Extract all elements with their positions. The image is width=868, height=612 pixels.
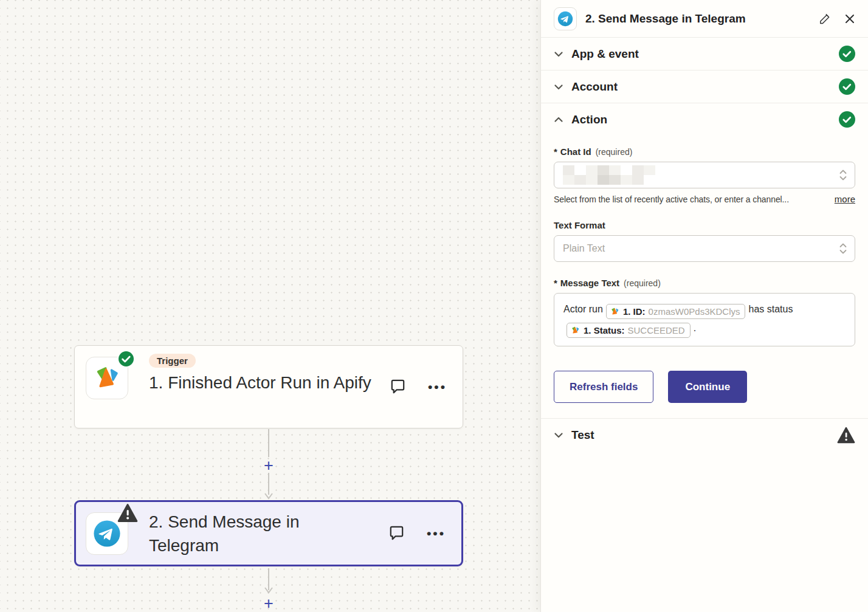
- form-buttons: Refresh fields Continue: [554, 371, 855, 403]
- warning-triangle-icon: [117, 503, 138, 523]
- chevron-down-icon: [554, 430, 563, 440]
- trigger-card-title: 1. Finished Actor Run in Apify: [149, 371, 374, 394]
- telegram-app-icon: [86, 512, 128, 555]
- telegram-logo-icon: [93, 520, 121, 548]
- panel-header-actions: [818, 13, 855, 24]
- edit-pencil-icon[interactable]: [818, 13, 830, 24]
- success-check-icon: [117, 350, 135, 368]
- section-test[interactable]: Test: [541, 418, 868, 451]
- chat-id-helper-row: Select from the list of recently active …: [554, 194, 855, 204]
- section-label: App & event: [571, 47, 639, 61]
- message-text-label: *Message Text(required): [554, 278, 855, 288]
- section-account[interactable]: Account: [541, 70, 868, 103]
- helper-text: Select from the list of recently active …: [554, 194, 789, 204]
- section-app-event[interactable]: App & event: [541, 37, 868, 70]
- text-format-label: Text Format: [554, 220, 855, 230]
- trigger-step-card[interactable]: Trigger 1. Finished Actor Run in Apify •…: [74, 345, 463, 428]
- token-value: SUCCEEDED: [628, 321, 685, 340]
- more-options-icon[interactable]: •••: [428, 380, 447, 393]
- warning-triangle-icon: [837, 427, 855, 444]
- field-label: Text Format: [554, 220, 605, 230]
- select-stepper-icon: [838, 168, 848, 182]
- action-card-actions: •••: [387, 524, 446, 543]
- message-text-part: has status: [748, 304, 793, 314]
- message-text-input[interactable]: Actor run1. ID:0zmasW0Pds3KDClyshas stat…: [554, 293, 855, 346]
- section-label: Test: [571, 428, 594, 442]
- field-token-id[interactable]: 1. ID:0zmasW0Pds3KDClys: [606, 304, 746, 319]
- required-note: (required): [596, 147, 633, 157]
- select-value: Plain Text: [563, 243, 605, 254]
- token-value: 0zmasW0Pds3KDClys: [649, 303, 740, 321]
- step-settings-panel: 2. Send Message in Telegram: [540, 0, 868, 612]
- section-label: Action: [571, 113, 607, 126]
- message-text-part: Actor run: [563, 304, 603, 314]
- field-token-status[interactable]: 1. Status:SUCCEEDED: [567, 323, 691, 338]
- trigger-badge: Trigger: [149, 354, 196, 368]
- action-step-card[interactable]: 2. Send Message in Telegram •••: [74, 500, 463, 566]
- apify-logo-icon: [610, 307, 619, 316]
- add-step-button[interactable]: +: [261, 458, 277, 473]
- redacted-value: [563, 165, 655, 185]
- text-format-select[interactable]: Plain Text: [554, 235, 855, 262]
- success-check-icon: [839, 78, 855, 95]
- field-label: Message Text: [560, 278, 619, 288]
- trigger-card-actions: •••: [388, 377, 447, 396]
- select-stepper-icon: [838, 242, 848, 255]
- panel-title: 2. Send Message in Telegram: [585, 12, 746, 26]
- apify-app-icon: [86, 357, 128, 399]
- chevron-up-icon: [554, 115, 563, 125]
- continue-button[interactable]: Continue: [668, 371, 747, 403]
- message-text-part: .: [694, 323, 696, 333]
- chevron-down-icon: [554, 82, 563, 92]
- chevron-down-icon: [554, 49, 563, 59]
- field-label: Chat Id: [560, 146, 591, 157]
- zap-editor: Trigger 1. Finished Actor Run in Apify •…: [0, 0, 868, 612]
- trigger-card-body: Trigger 1. Finished Actor Run in Apify: [149, 354, 388, 394]
- chat-id-label: *Chat Id(required): [554, 146, 855, 157]
- panel-header: 2. Send Message in Telegram: [541, 0, 868, 37]
- required-star: *: [554, 146, 557, 157]
- section-action[interactable]: Action: [541, 103, 868, 136]
- section-label: Account: [571, 80, 618, 94]
- action-card-title: 2. Send Message in Telegram: [149, 510, 350, 557]
- more-options-icon[interactable]: •••: [427, 527, 446, 540]
- telegram-logo-icon: [557, 11, 573, 27]
- success-check-icon: [839, 111, 855, 128]
- required-star: *: [554, 278, 557, 288]
- token-label: 1. Status:: [584, 321, 625, 340]
- note-bubble-icon[interactable]: [388, 377, 407, 396]
- token-label: 1. ID:: [623, 303, 646, 321]
- required-note: (required): [624, 278, 661, 288]
- apify-logo-icon: [571, 326, 580, 335]
- close-icon[interactable]: [844, 13, 855, 24]
- connector-line: [261, 568, 277, 596]
- workflow-canvas[interactable]: Trigger 1. Finished Actor Run in Apify •…: [0, 0, 540, 612]
- telegram-app-icon: [554, 7, 577, 30]
- chat-id-select[interactable]: [554, 162, 855, 188]
- add-step-button[interactable]: +: [261, 596, 277, 611]
- more-link[interactable]: more: [835, 194, 855, 204]
- action-card-body: 2. Send Message in Telegram: [149, 510, 387, 557]
- refresh-fields-button[interactable]: Refresh fields: [554, 371, 653, 403]
- success-check-icon: [839, 46, 855, 62]
- apify-logo-icon: [93, 364, 121, 392]
- action-form: *Chat Id(required) Select from the list …: [541, 136, 868, 403]
- note-bubble-icon[interactable]: [387, 524, 406, 543]
